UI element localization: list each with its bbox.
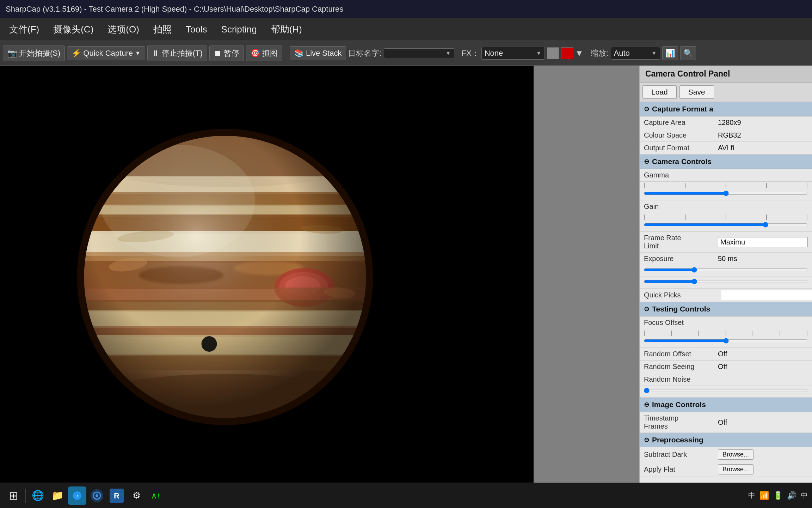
gamma-slider[interactable] [644,190,808,196]
histogram-button[interactable]: 📊 [662,46,678,60]
search-button[interactable]: 🔍 [680,46,696,60]
menu-camera[interactable]: 摄像头(C) [47,20,100,38]
gamma-tick3: | [766,182,767,189]
svg-text:A!: A! [152,492,160,500]
r-software-icon[interactable]: R [107,486,126,505]
start-capture-label: 开始拍摄(S) [19,48,60,59]
start-menu-button[interactable]: ⊞ [4,486,23,505]
taskbar-volume-icon: 🔊 [787,491,796,500]
colour-space-value: RGB32 [718,131,808,139]
color-box-gray[interactable] [547,47,559,59]
taskbar-time: 中 [801,491,808,500]
quick-capture-icon: ⚡ [72,49,81,58]
preprocessing-section-header[interactable]: ⊖ Preprocessing [640,433,812,447]
output-format-row: Output Format AVI fi [640,142,812,155]
image-panel [0,66,534,488]
fo-tick6: | [806,330,808,336]
pause-button[interactable]: ⏹ 暂停 [209,46,244,61]
gain-slider-row: | | | | | [640,213,812,232]
media-player-icon[interactable]: ♪ [68,486,86,505]
capture-area-row: Capture Area 1280x9 [640,116,812,129]
camera-controls-section-header[interactable]: ⊖ Camera Controls [640,155,812,169]
fx-value: None [485,49,503,58]
quick-picks-input[interactable] [721,290,812,300]
quick-capture-arrow: ▼ [135,50,141,56]
image-controls-section-header[interactable]: ⊖ Image Controls [640,398,812,412]
menu-capture[interactable]: 拍照 [147,20,178,38]
menu-options[interactable]: 选项(O) [101,20,146,38]
preprocessing-collapse-icon: ⊖ [644,436,649,444]
start-capture-button[interactable]: 📷 开始拍摄(S) [3,46,65,61]
live-stack-label: Live Stack [306,49,342,58]
gain-label-row: Gain [640,200,812,213]
terminal-icon[interactable]: A! [147,486,165,505]
capture-format-section-header[interactable]: ⊖ Capture Format a [640,102,812,116]
capture-format-collapse-icon: ⊖ [644,105,649,113]
exposure-slider-row-2 [640,277,812,289]
gain-label: Gain [644,202,718,211]
focus-offset-slider[interactable] [644,338,808,344]
output-format-value: AVI fi [718,144,808,152]
frame-rate-limit-label: Frame RateLimit [644,234,718,250]
grab-label: 抓图 [262,48,278,59]
menu-help[interactable]: 帮助(H) [265,20,308,38]
jupiter-image [75,127,375,427]
subtract-dark-browse-button[interactable]: Browse... [718,449,753,460]
apply-flat-browse-button[interactable]: Browse... [718,464,753,474]
zoom-value: Auto [614,49,630,58]
load-button[interactable]: Load [642,85,677,99]
quick-capture-label: Quick Capture [83,49,133,58]
menu-tools[interactable]: Tools [179,21,214,38]
zoom-dropdown[interactable]: Auto ▼ [611,47,660,60]
stop-capture-button[interactable]: ⏸ 停止拍摄(T) [147,46,207,61]
frame-rate-limit-dropdown[interactable]: Maximu [718,237,808,247]
menu-file[interactable]: 文件(F) [3,20,45,38]
media-icon-svg: ♪ [72,491,82,501]
camera-icon: 📷 [7,49,17,58]
capture-area-value: 1280x9 [718,119,808,127]
browser-icon[interactable]: 🌐 [29,486,47,505]
gamma-tick2: | [725,182,726,189]
fx-arrow: ▼ [536,50,542,56]
save-button[interactable]: Save [679,85,714,99]
fo-tick3: | [725,330,726,336]
main-area: Camera Control Panel Load Save ⊖ Capture… [0,66,812,488]
colour-space-label: Colour Space [644,131,718,139]
exposure-label: Exposure [644,255,718,263]
gamma-label: Gamma [644,171,718,179]
gain-slider[interactable] [644,222,808,228]
taskbar-wifi-icon: 📶 [759,491,769,500]
random-noise-slider[interactable] [644,388,808,393]
target-name-arrow: ▼ [445,50,451,56]
gain-tick4: | [806,214,808,220]
sharpcap-app-icon[interactable] [88,486,106,505]
camera-controls-label: Camera Controls [652,157,712,166]
quick-capture-button[interactable]: ⚡ Quick Capture ▼ [67,46,145,60]
fo-tick4: | [752,330,753,336]
settings-icon[interactable]: ⚙ [127,486,146,505]
svg-text:R: R [114,491,119,500]
control-panel-title: Camera Control Panel [640,66,812,83]
color-arrow: ▼ [575,48,584,58]
testing-controls-label: Testing Controls [652,305,710,313]
grab-button[interactable]: 🎯 抓图 [246,46,282,61]
gamma-max: | [806,182,808,189]
target-name-dropdown[interactable]: ▼ [384,48,454,58]
gamma-label-row: Gamma [640,169,812,182]
focus-offset-slider-row: | | | | | | | [640,329,812,348]
testing-controls-section-header[interactable]: ⊖ Testing Controls [640,302,812,316]
frame-rate-limit-row: Frame RateLimit Maximu [640,232,812,253]
focus-offset-label-row: Focus Offset [640,316,812,329]
color-box-red[interactable] [561,47,573,59]
menu-scripting[interactable]: Scripting [215,21,263,38]
timestamp-frames-row: TimestampFrames Off [640,412,812,433]
live-stack-button[interactable]: 📚 Live Stack [290,46,346,60]
exposure-slider-2[interactable] [644,279,808,284]
zoom-arrow: ▼ [651,50,657,56]
timestamp-frames-label: TimestampFrames [644,414,718,430]
random-offset-row: Random Offset Off [640,348,812,361]
exposure-slider-1[interactable] [644,267,808,273]
control-panel: Camera Control Panel Load Save ⊖ Capture… [639,66,812,488]
fx-dropdown[interactable]: None ▼ [481,47,545,60]
file-explorer-icon[interactable]: 📁 [48,486,67,505]
